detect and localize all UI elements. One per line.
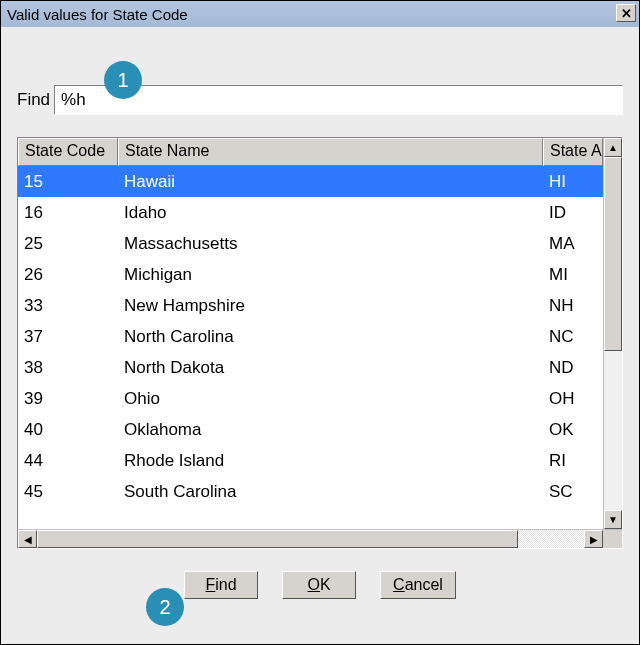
- annotation-step-1: 1: [104, 61, 142, 99]
- table-header: State Code State Name State A: [18, 138, 603, 166]
- find-button[interactable]: Find: [184, 571, 258, 599]
- column-header-state-name[interactable]: State Name: [118, 138, 543, 166]
- table-row[interactable]: 45South CarolinaSC: [18, 476, 603, 507]
- cell-state-abbr: NC: [543, 324, 603, 350]
- column-header-state-code[interactable]: State Code: [18, 138, 118, 166]
- cell-state-name: New Hampshire: [118, 293, 543, 319]
- cell-state-code: 45: [18, 479, 118, 505]
- column-header-state-abbr[interactable]: State A: [543, 138, 603, 166]
- button-row: Find OK Cancel: [17, 571, 623, 599]
- table-row[interactable]: 39OhioOH: [18, 383, 603, 414]
- find-label: Find: [17, 90, 50, 110]
- table-row[interactable]: 44Rhode IslandRI: [18, 445, 603, 476]
- cell-state-code: 26: [18, 262, 118, 288]
- table-row[interactable]: 26MichiganMI: [18, 259, 603, 290]
- scroll-left-button[interactable]: ◀: [18, 530, 37, 548]
- table-row[interactable]: 37North CarolinaNC: [18, 321, 603, 352]
- horizontal-scrollbar[interactable]: ◀ ▶: [18, 529, 622, 548]
- cell-state-abbr: MI: [543, 262, 603, 288]
- cell-state-abbr: OH: [543, 386, 603, 412]
- cell-state-abbr: HI: [543, 169, 603, 195]
- table-row[interactable]: 38North DakotaND: [18, 352, 603, 383]
- cell-state-code: 33: [18, 293, 118, 319]
- cell-state-abbr: SC: [543, 479, 603, 505]
- cell-state-abbr: MA: [543, 231, 603, 257]
- horizontal-scroll-thumb[interactable]: [37, 530, 518, 548]
- scroll-right-button[interactable]: ▶: [584, 530, 603, 548]
- cell-state-name: Rhode Island: [118, 448, 543, 474]
- window-title: Valid values for State Code: [7, 6, 188, 23]
- cell-state-abbr: RI: [543, 448, 603, 474]
- vertical-scroll-track[interactable]: [604, 157, 622, 510]
- cell-state-name: Massachusetts: [118, 231, 543, 257]
- cell-state-name: Ohio: [118, 386, 543, 412]
- dialog-window: Valid values for State Code ✕ Find State…: [0, 0, 640, 645]
- scrollbar-corner: [603, 530, 622, 548]
- ok-button[interactable]: OK: [282, 571, 356, 599]
- table-row[interactable]: 40OklahomaOK: [18, 414, 603, 445]
- cell-state-name: Idaho: [118, 200, 543, 226]
- cell-state-name: South Carolina: [118, 479, 543, 505]
- vertical-scrollbar[interactable]: ▲ ▼: [603, 138, 622, 529]
- scroll-down-button[interactable]: ▼: [604, 510, 622, 529]
- close-icon: ✕: [621, 6, 632, 21]
- cell-state-abbr: NH: [543, 293, 603, 319]
- cell-state-code: 25: [18, 231, 118, 257]
- dialog-content: Find State Code State Name State A 15Haw…: [1, 27, 639, 644]
- cell-state-code: 37: [18, 324, 118, 350]
- cell-state-code: 38: [18, 355, 118, 381]
- table-row[interactable]: 25MassachusettsMA: [18, 228, 603, 259]
- cell-state-code: 15: [18, 169, 118, 195]
- cell-state-code: 39: [18, 386, 118, 412]
- cell-state-name: North Dakota: [118, 355, 543, 381]
- horizontal-scroll-track[interactable]: [37, 530, 584, 548]
- cell-state-name: North Carolina: [118, 324, 543, 350]
- table-row[interactable]: 15HawaiiHI: [18, 166, 603, 197]
- cancel-button[interactable]: Cancel: [380, 571, 456, 599]
- results-table: State Code State Name State A 15HawaiiHI…: [17, 137, 623, 549]
- cell-state-abbr: ID: [543, 200, 603, 226]
- scroll-up-button[interactable]: ▲: [604, 138, 622, 157]
- annotation-step-2: 2: [146, 588, 184, 626]
- cell-state-code: 44: [18, 448, 118, 474]
- cell-state-abbr: OK: [543, 417, 603, 443]
- cell-state-name: Hawaii: [118, 169, 543, 195]
- table-row[interactable]: 16IdahoID: [18, 197, 603, 228]
- cell-state-code: 40: [18, 417, 118, 443]
- cell-state-name: Oklahoma: [118, 417, 543, 443]
- cell-state-abbr: ND: [543, 355, 603, 381]
- table-row[interactable]: 33New HampshireNH: [18, 290, 603, 321]
- cell-state-code: 16: [18, 200, 118, 226]
- cell-state-name: Michigan: [118, 262, 543, 288]
- vertical-scroll-thumb[interactable]: [604, 157, 622, 351]
- close-button[interactable]: ✕: [616, 4, 636, 22]
- titlebar: Valid values for State Code ✕: [1, 1, 639, 27]
